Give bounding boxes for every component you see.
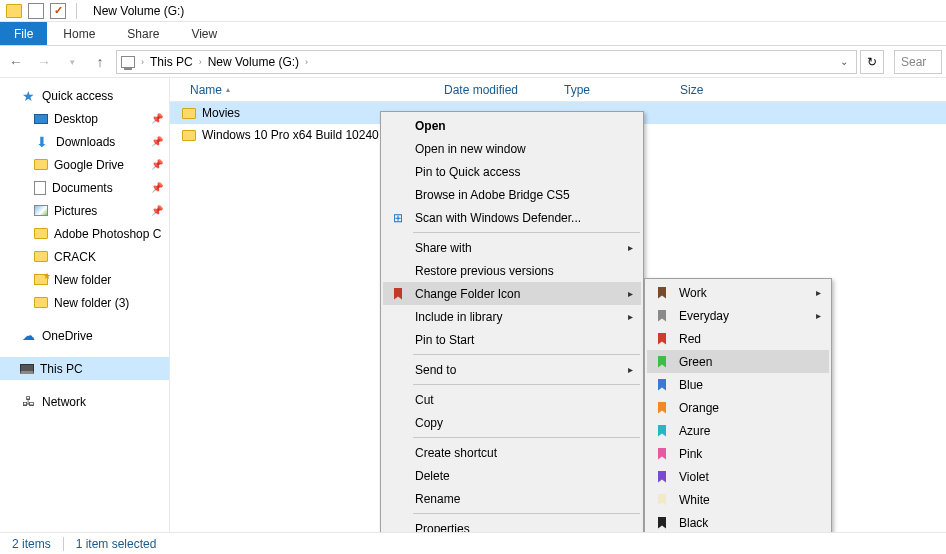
address-dropdown[interactable]: ⌄ [836,56,852,67]
qat-button-1[interactable] [28,3,44,19]
qat-button-check[interactable]: ✓ [50,3,66,19]
breadcrumb-this-pc[interactable]: This PC [150,55,193,69]
sidebar-item-desktop[interactable]: Desktop📌 [0,107,169,130]
bookmark-icon [653,307,671,325]
column-type[interactable]: Type [556,83,672,97]
column-date[interactable]: Date modified [436,83,556,97]
bookmark-icon [653,284,671,302]
menu-browse-bridge[interactable]: Browse in Adobe Bridge CS5 [383,183,641,206]
folder-icon [182,108,196,119]
submenu-item-everyday[interactable]: Everyday▸ [647,304,829,327]
onedrive-icon: ☁ [20,328,36,344]
submenu-label: Green [679,355,712,369]
submenu-item-white[interactable]: White [647,488,829,511]
submenu-item-work[interactable]: Work▸ [647,281,829,304]
menu-separator [413,437,640,438]
breadcrumb-volume[interactable]: New Volume (G:) [208,55,299,69]
sidebar-item-new-folder-3[interactable]: New folder (3) [0,291,169,314]
sort-indicator-icon: ▴ [226,85,230,94]
submenu-label: Azure [679,424,710,438]
file-name: Movies [202,106,240,120]
sidebar-item-downloads[interactable]: ⬇Downloads📌 [0,130,169,153]
chevron-right-icon[interactable]: › [139,57,146,67]
sidebar-onedrive[interactable]: ☁OneDrive [0,324,169,347]
sidebar-item-label: New folder (3) [54,296,129,310]
folder-icon [34,159,48,170]
chevron-right-icon: ▸ [628,288,633,299]
menu-open-new-window[interactable]: Open in new window [383,137,641,160]
menu-copy[interactable]: Copy [383,411,641,434]
sidebar-item-label: Quick access [42,89,113,103]
submenu-item-blue[interactable]: Blue [647,373,829,396]
back-button[interactable]: ← [4,50,28,74]
folder-icon [34,228,48,239]
menu-change-folder-icon[interactable]: Change Folder Icon▸ [383,282,641,305]
chevron-right-icon: ▸ [816,287,821,298]
tab-home[interactable]: Home [47,22,111,45]
search-input[interactable]: Sear [894,50,942,74]
menu-share-with[interactable]: Share with▸ [383,236,641,259]
download-icon: ⬇ [34,134,50,150]
bookmark-icon [653,353,671,371]
tab-view[interactable]: View [175,22,233,45]
document-icon [34,181,46,195]
submenu-label: White [679,493,710,507]
menu-cut[interactable]: Cut [383,388,641,411]
sidebar-item-label: Desktop [54,112,98,126]
folder-icon [182,130,196,141]
refresh-button[interactable]: ↻ [860,50,884,74]
pin-icon: 📌 [151,182,163,193]
chevron-right-icon[interactable]: › [303,57,310,67]
file-tab[interactable]: File [0,22,47,45]
sidebar-item-label: Pictures [54,204,97,218]
menu-separator [413,232,640,233]
menu-restore-versions[interactable]: Restore previous versions [383,259,641,282]
menu-create-shortcut[interactable]: Create shortcut [383,441,641,464]
sidebar-item-label: CRACK [54,250,96,264]
menu-pin-quick-access[interactable]: Pin to Quick access [383,160,641,183]
sidebar-quick-access[interactable]: ★ Quick access [0,84,169,107]
menu-open[interactable]: Open [383,114,641,137]
sidebar-item-google-drive[interactable]: Google Drive📌 [0,153,169,176]
sidebar-item-pictures[interactable]: Pictures📌 [0,199,169,222]
sidebar-item-new-folder[interactable]: New folder [0,268,169,291]
sidebar-item-crack[interactable]: CRACK [0,245,169,268]
submenu-item-green[interactable]: Green [647,350,829,373]
recent-dropdown[interactable]: ▾ [60,50,84,74]
network-icon: 🖧 [20,394,36,410]
column-size[interactable]: Size [672,83,752,97]
menu-windows-defender[interactable]: ⊞Scan with Windows Defender... [383,206,641,229]
pc-icon [121,56,135,68]
desktop-icon [34,114,48,124]
sidebar-item-documents[interactable]: Documents📌 [0,176,169,199]
submenu-item-pink[interactable]: Pink [647,442,829,465]
sidebar-item-label: Downloads [56,135,115,149]
address-bar[interactable]: › This PC › New Volume (G:) › ⌄ [116,50,857,74]
bookmark-icon [653,376,671,394]
submenu-item-azure[interactable]: Azure [647,419,829,442]
tab-share[interactable]: Share [111,22,175,45]
pin-icon: 📌 [151,136,163,147]
sidebar-item-label: New folder [54,273,111,287]
menu-separator [413,354,640,355]
menu-rename[interactable]: Rename [383,487,641,510]
forward-button[interactable]: → [32,50,56,74]
submenu-item-violet[interactable]: Violet [647,465,829,488]
sidebar-this-pc[interactable]: This PC [0,357,169,380]
submenu-item-orange[interactable]: Orange [647,396,829,419]
menu-delete[interactable]: Delete [383,464,641,487]
submenu-item-red[interactable]: Red [647,327,829,350]
menu-include-library[interactable]: Include in library▸ [383,305,641,328]
submenu-label: Work [679,286,707,300]
menu-send-to[interactable]: Send to▸ [383,358,641,381]
pin-icon: 📌 [151,205,163,216]
column-name[interactable]: Name▴ [182,83,436,97]
chevron-right-icon[interactable]: › [197,57,204,67]
up-button[interactable]: ↑ [88,50,112,74]
sidebar-network[interactable]: 🖧Network [0,390,169,413]
bookmark-icon [389,285,407,303]
pin-icon: 📌 [151,113,163,124]
menu-pin-start[interactable]: Pin to Start [383,328,641,351]
submenu-item-black[interactable]: Black [647,511,829,534]
sidebar-item-photoshop[interactable]: Adobe Photoshop C [0,222,169,245]
